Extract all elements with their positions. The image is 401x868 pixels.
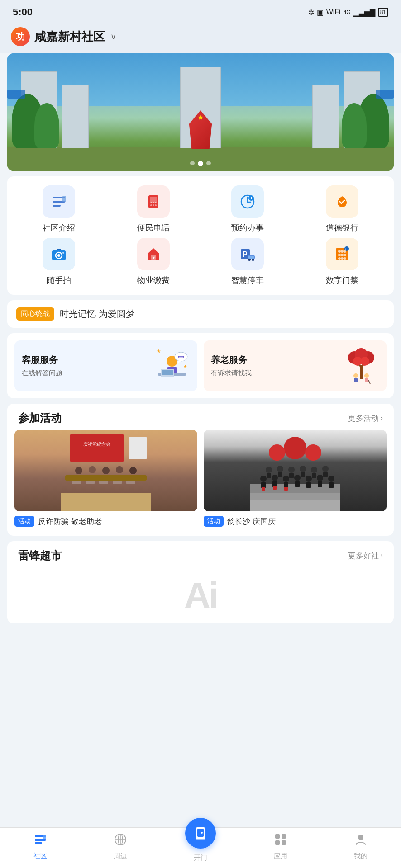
grid-label-digital-door: 数字门禁: [326, 275, 358, 286]
service-sub-customer: 在线解答问题: [22, 369, 62, 377]
svg-point-20: [57, 254, 60, 257]
grid-label-property-fee: 物业缴费: [137, 275, 170, 286]
nav-label-community: 社区: [33, 852, 47, 860]
svg-rect-133: [282, 840, 286, 845]
svg-rect-47: [162, 370, 173, 375]
svg-rect-68: [70, 434, 124, 462]
grid-item-appointment[interactable]: 预约办事: [225, 185, 270, 233]
nav-item-apps[interactable]: 应用: [258, 833, 303, 860]
svg-rect-82: [61, 493, 151, 511]
activity-name-2: 韵长沙 庆国庆: [227, 516, 276, 527]
tag-text: 时光记忆 为爱圆梦: [60, 308, 135, 320]
svg-marker-52: [177, 361, 181, 363]
community-nav-icon: [33, 833, 47, 849]
svg-rect-108: [289, 473, 294, 478]
grid-item-smart-parking[interactable]: P 智慧停车: [225, 238, 270, 286]
activity-name-1: 反诈防骗 敬老助老: [38, 516, 102, 527]
chevron-down-icon[interactable]: ∨: [110, 32, 116, 42]
grid-item-phone[interactable]: 便民电话: [131, 185, 176, 233]
status-bar: 5:00 ✲ ▣ WiFi 4G ▁▃▅▇ 81: [0, 0, 401, 23]
grid-item-property-fee[interactable]: ¥ 物业缴费: [131, 238, 176, 286]
svg-rect-102: [329, 482, 334, 488]
super-section-header: 雷锋超市 更多好社 ›: [7, 541, 394, 567]
grid-item-digital-door[interactable]: i 数字门禁: [320, 238, 365, 286]
header: 功 咸嘉新村社区 ∨: [0, 23, 401, 53]
grid-item-photo[interactable]: 随手拍: [36, 238, 81, 286]
signal-icon: ▣: [317, 8, 324, 17]
service-card-customer[interactable]: 客服服务 在线解答问题 ★ ★: [14, 340, 197, 391]
super-more-button[interactable]: 更多好社 ›: [348, 551, 383, 561]
svg-point-89: [260, 476, 267, 482]
banner-carousel[interactable]: ★: [7, 53, 394, 171]
dot-2: [198, 161, 203, 166]
service-img-elderly: [343, 348, 379, 384]
svg-rect-120: [35, 842, 42, 844]
svg-point-37: [344, 254, 346, 256]
svg-point-62: [360, 357, 369, 366]
nav-item-community[interactable]: 社区: [18, 833, 63, 860]
svg-rect-77: [72, 481, 81, 484]
activity-badge-1: 活动: [14, 516, 34, 527]
grid-label-smart-parking: 智慧停车: [231, 275, 264, 286]
ai-label: Ai: [184, 575, 217, 616]
svg-point-88: [305, 444, 321, 461]
svg-rect-112: [312, 473, 316, 478]
digital-door-icon: i: [326, 238, 358, 270]
grid-item-moral-bank[interactable]: 道德银行: [320, 185, 365, 233]
service-title-elderly: 养老服务: [211, 354, 252, 366]
svg-rect-115: [262, 487, 265, 491]
nav-label-open-door: 开门: [194, 854, 207, 862]
service-section: 客服服务 在线解答问题 ★ ★: [7, 333, 394, 398]
svg-point-6: [150, 204, 152, 206]
svg-point-128: [201, 832, 203, 834]
appointment-icon: [231, 185, 264, 218]
service-card-elderly[interactable]: 养老服务 有诉求请找我: [204, 340, 387, 391]
svg-point-21: [62, 252, 64, 254]
phone-icon: [137, 185, 170, 218]
svg-point-40: [344, 257, 346, 260]
grid-item-community-intro[interactable]: 社区介绍: [36, 185, 81, 233]
svg-rect-71: [65, 475, 147, 481]
svg-rect-129: [196, 838, 205, 840]
banner-image: ★: [7, 53, 394, 171]
svg-text:★: ★: [183, 364, 187, 369]
bottom-nav: 社区 周边 开门: [0, 827, 401, 868]
svg-point-93: [283, 476, 289, 482]
svg-rect-79: [99, 481, 108, 484]
grid-label-appointment: 预约办事: [231, 222, 264, 233]
signal-bars-icon: ▁▃▅▇: [353, 8, 375, 17]
nav-item-profile[interactable]: 我的: [338, 833, 383, 860]
activity-card-2[interactable]: 活动 韵长沙 庆国庆: [204, 430, 387, 527]
open-door-button[interactable]: [185, 818, 216, 849]
activity-grid: 庆祝党纪念会: [7, 430, 394, 536]
svg-line-67: [368, 380, 370, 384]
tag-section: 同心统战 时光记忆 为爱圆梦: [7, 300, 394, 328]
wifi-icon: WiFi: [326, 8, 341, 16]
activity-image-2: [204, 430, 387, 511]
svg-point-9: [150, 202, 152, 203]
network-icon: 4G: [344, 9, 351, 15]
nav-item-nearby[interactable]: 周边: [98, 833, 143, 860]
activities-section: 参加活动 更多活动 › 庆祝党纪念会: [0, 404, 401, 536]
svg-rect-114: [323, 472, 328, 477]
svg-rect-130: [275, 834, 280, 839]
svg-point-50: [180, 356, 182, 358]
svg-point-111: [311, 467, 317, 473]
svg-rect-55: [360, 366, 363, 379]
activity-card-1[interactable]: 庆祝党纪念会: [14, 430, 197, 527]
svg-point-11: [155, 202, 156, 203]
activities-title: 参加活动: [18, 411, 62, 425]
svg-point-10: [153, 202, 154, 203]
nearby-nav-icon: [114, 833, 127, 849]
activities-more-button[interactable]: 更多活动 ›: [348, 413, 383, 424]
svg-point-105: [277, 466, 283, 472]
svg-point-86: [284, 437, 306, 459]
svg-rect-3: [62, 196, 66, 202]
grid-label-phone: 便民电话: [137, 222, 170, 233]
svg-rect-81: [126, 481, 135, 484]
svg-point-7: [153, 204, 154, 206]
svg-point-107: [288, 467, 295, 473]
nav-item-open-door[interactable]: 开门: [178, 831, 223, 862]
service-grid: 社区介绍 便民电话: [7, 176, 394, 295]
svg-point-99: [317, 475, 323, 481]
